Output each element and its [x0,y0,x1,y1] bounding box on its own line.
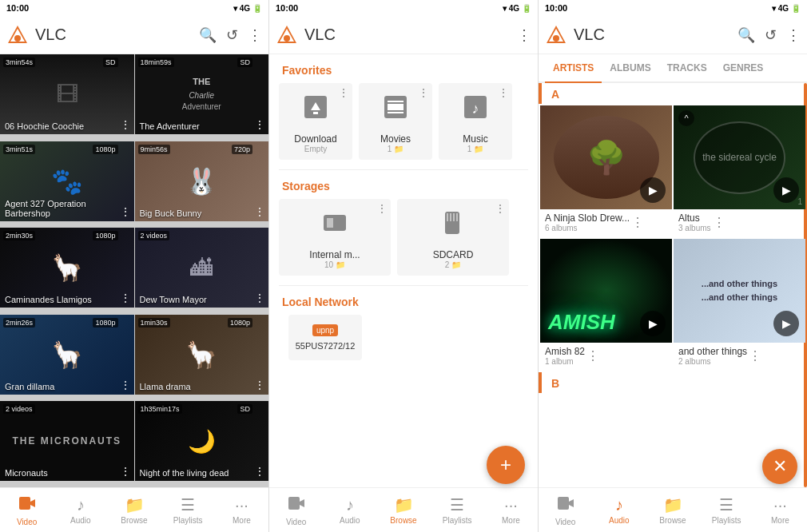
status-icons-3: ▾ 4G 🔋 [772,4,801,13]
tab-albums[interactable]: ALBUMS [602,54,658,83]
nav-more-1[interactable]: ··· More [215,488,268,532]
video-more-6[interactable]: ⋮ [120,379,131,391]
artist-amish-card[interactable]: AMISH ▶ [540,239,672,343]
nav-audio-label-1: Audio [70,516,91,525]
nav-video-1[interactable]: Video [0,488,54,532]
download-icon [301,93,330,129]
altus-play-btn[interactable]: ▶ [773,177,799,203]
nav-video-3[interactable]: Video [539,488,592,532]
ninja-play-btn[interactable]: ▶ [640,177,666,203]
video-more-8[interactable]: ⋮ [120,465,131,478]
storage-internal[interactable]: Internal m... 10 📁 ⋮ [279,199,391,276]
folder-download[interactable]: Download Empty ⋮ [279,83,352,160]
status-icons-1: ▾ 4G 🔋 [233,4,262,13]
video-title-3: Big Buck Bunny [140,208,264,218]
nav-browse-2[interactable]: 📁 Browse [376,488,430,532]
video-item-1[interactable]: THE Charlie Adventurer 18min59s SD The A… [135,54,269,134]
video-more-4[interactable]: ⋮ [120,292,131,304]
video-item-6[interactable]: 🦙 2min26s 1080p Gran dillama ⋮ [0,315,134,395]
nav-playlists-2[interactable]: ☰ Playlists [431,488,484,532]
video-quality-9: SD [237,404,252,414]
nav-video-2[interactable]: Video [269,488,323,532]
signal-3: 4G [778,4,789,13]
nav-more-3[interactable]: ··· More [753,488,807,532]
status-bar-1: 10:00 ▾ 4G 🔋 [0,0,268,16]
music-sub: 1 📁 [467,145,483,153]
video-item-7[interactable]: 🦙 1min30s 1080p Llama drama ⋮ [135,315,269,395]
music-more[interactable]: ⋮ [498,86,509,99]
ninja-more[interactable]: ⋮ [630,215,646,230]
artist-other-card[interactable]: ...and other things ...and other things … [674,239,805,343]
nav-more-2[interactable]: ··· More [484,488,538,532]
other-albums: 2 albums [678,357,747,366]
folder-music[interactable]: ♪ Music 1 📁 ⋮ [439,83,512,160]
network-name: 55PUS7272/12 [296,341,356,351]
svg-rect-21 [450,213,451,221]
video-more-1[interactable]: ⋮ [254,118,265,131]
nav-browse-label-3: Browse [659,516,686,525]
video-more-9[interactable]: ⋮ [254,465,265,478]
tab-genres[interactable]: GENRES [715,54,772,83]
fab-shuffle[interactable]: ✕ [762,449,797,484]
video-more-5[interactable]: ⋮ [254,292,265,304]
video-more-7[interactable]: ⋮ [254,379,265,391]
folder-movies[interactable]: Movies 1 📁 ⋮ [359,83,432,160]
video-more-2[interactable]: ⋮ [120,205,131,218]
search-icon-3[interactable]: 🔍 [737,28,755,42]
more-icon-1[interactable]: ⋮ [248,28,262,42]
video-overlay-6: Gran dillama [0,379,134,395]
nav-audio-3[interactable]: ♪ Audio [592,488,646,532]
video-more-3[interactable]: ⋮ [254,205,265,218]
video-item-4[interactable]: 🦙 2min30s 1080p Caminandes Llamigos ⋮ [0,228,134,308]
bottom-nav-1: Video ♪ Audio 📁 Browse ☰ Playlists ··· M… [0,487,268,532]
altus-more[interactable]: ⋮ [711,215,727,230]
artist-amish-wrap: AMISH ▶ Amish 82 1 album ⋮ [540,239,672,369]
movies-more[interactable]: ⋮ [418,86,429,99]
nav-browse-3[interactable]: 📁 Browse [646,488,699,532]
other-play-btn[interactable]: ▶ [773,311,799,336]
nav-browse-1[interactable]: 📁 Browse [107,488,161,532]
playlists-nav-icon-2: ☰ [450,495,464,514]
history-icon-3[interactable]: ↺ [765,28,777,42]
nav-audio-2[interactable]: ♪ Audio [323,488,376,532]
other-more[interactable]: ⋮ [747,348,763,363]
browse-screen: 10:00 ▾ 4G 🔋 VLC ⋮ Favorites Download [269,0,539,532]
bottom-nav-2: Video ♪ Audio 📁 Browse ☰ Playlists ··· M… [269,487,538,532]
internal-more[interactable]: ⋮ [376,202,388,215]
search-icon-1[interactable]: 🔍 [199,28,217,42]
amish-more[interactable]: ⋮ [585,348,601,363]
nav-audio-label-3: Audio [609,516,630,525]
nav-audio-1[interactable]: ♪ Audio [54,488,107,532]
nav-playlists-1[interactable]: ☰ Playlists [161,488,215,532]
video-title-7: Llama drama [140,382,264,391]
browse-content: Favorites Download Empty ⋮ Movies 1 📁 ⋮ [269,54,538,487]
top-bar-3: VLC 🔍 ↺ ⋮ [539,16,807,54]
sdcard-more[interactable]: ⋮ [495,202,506,215]
video-item-3[interactable]: 🐰 9min56s 720p Big Buck Bunny ⋮ [135,141,269,221]
artist-altus-card[interactable]: the sidereal cycle ^ 1 ▶ [674,105,805,209]
video-item-9[interactable]: 🌙 1h35min17s SD Night of the living dead… [135,401,269,481]
video-overlay-4: Caminandes Llamigos [0,292,134,308]
fab-add[interactable]: + [487,446,525,484]
video-item-5[interactable]: 🏙 2 videos Dew Town Mayor ⋮ [135,228,269,308]
video-item-2[interactable]: 🐾 3min51s 1080p Agent 327 Operation Barb… [0,141,134,221]
bottom-nav-3: Video ♪ Audio 📁 Browse ☰ Playlists ··· M… [539,487,807,532]
video-item-8[interactable]: THE MICRONAUTS 2 videos Micronauts ⋮ [0,401,134,481]
history-icon-1[interactable]: ↺ [226,28,238,42]
amish-albums: 1 album [545,357,585,366]
network-upnp[interactable]: upnp 55PUS7272/12 [288,315,362,360]
video-overlay-1: The Adventurer [135,118,269,134]
top-icons-1: 🔍 ↺ ⋮ [199,28,262,42]
tab-artists[interactable]: ARTISTS [545,54,602,83]
artist-ninja-card[interactable]: 🌳 ▶ [540,105,672,209]
video-item-0[interactable]: 🎞 3min54s SD 06 Hoochie Coochie ⋮ [0,54,134,134]
tab-tracks[interactable]: TRACKS [659,54,715,83]
nav-playlists-3[interactable]: ☰ Playlists [700,488,753,532]
more-icon-3[interactable]: ⋮ [786,28,801,42]
storage-sdcard[interactable]: SDCARD 2 📁 ⋮ [397,199,509,276]
svg-rect-14 [388,112,404,113]
amish-play-btn[interactable]: ▶ [640,311,666,336]
more-icon-2[interactable]: ⋮ [517,28,531,42]
video-more-0[interactable]: ⋮ [120,118,131,131]
download-more[interactable]: ⋮ [338,86,349,99]
